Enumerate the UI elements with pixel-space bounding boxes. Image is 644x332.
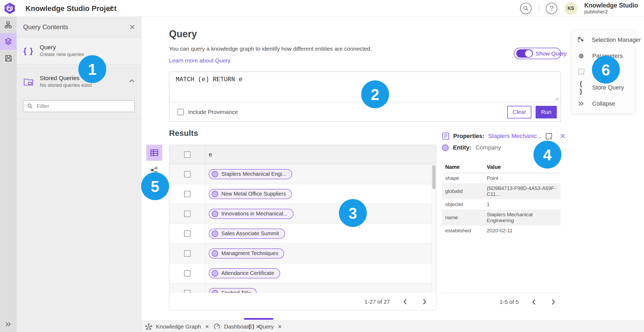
query-contents-header: Query Contents xyxy=(17,17,141,38)
close-panel-icon[interactable] xyxy=(129,24,136,31)
table-view-button[interactable] xyxy=(146,145,162,161)
entity-dot-icon xyxy=(212,270,218,277)
prop-name: name xyxy=(442,210,484,226)
dashboard-gauge-icon xyxy=(213,323,220,330)
tab-label: Query xyxy=(258,323,274,330)
next-page-icon[interactable] xyxy=(549,298,557,306)
app-logo-icon xyxy=(3,2,16,14)
include-provenance-label: Include Provenance xyxy=(188,109,238,115)
query-rail-button[interactable] xyxy=(0,33,17,50)
include-provenance-option[interactable]: Include Provenance xyxy=(177,109,238,115)
query-contents-item-query[interactable]: { } Query Create new queries xyxy=(17,38,141,64)
row-checkbox[interactable] xyxy=(184,171,191,177)
previous-page-icon[interactable] xyxy=(401,298,409,306)
entity-pill[interactable]: New Metal Office Suppliers xyxy=(209,189,292,199)
prop-name: shape xyxy=(442,173,484,184)
table-row[interactable]: Staplers Mechanical Engi... xyxy=(169,164,436,184)
table-row[interactable]: Firebird Title xyxy=(169,283,436,293)
entity-pill-label: Sales Associate Summit xyxy=(221,230,279,237)
close-properties-icon[interactable] xyxy=(559,133,566,139)
entity-dot-icon xyxy=(212,290,218,293)
row-checkbox[interactable] xyxy=(184,211,191,217)
row-checkbox[interactable] xyxy=(184,250,191,257)
next-page-icon[interactable] xyxy=(420,298,429,306)
entity-pill-label: Firebird Title xyxy=(221,290,251,293)
user-avatar[interactable]: KS xyxy=(564,2,577,15)
braces-icon: { } xyxy=(248,323,255,330)
topbar-right-group: ? KS Knowledge Studio publisher2 xyxy=(520,0,641,17)
entity-pill-label: Managment Techniques xyxy=(221,250,278,256)
properties-pagination-text: 1-5 of 5 xyxy=(500,299,519,305)
gear-icon xyxy=(577,52,585,60)
query-item-title: Query xyxy=(40,44,84,51)
resize-grip-icon[interactable] xyxy=(554,96,558,100)
table-row[interactable]: Sales Associate Summit xyxy=(169,224,436,244)
table-row[interactable]: Innovations in Mechanical... xyxy=(169,204,436,224)
property-row[interactable]: established 2020-02-11 xyxy=(442,226,561,236)
property-row[interactable]: globalid {5D9B4713-F98D-4A53-A59F-C11... xyxy=(442,183,561,199)
edit-title-icon[interactable] xyxy=(107,5,114,12)
add-to-selection-icon[interactable] xyxy=(545,133,552,140)
tool-label: Store Query xyxy=(592,84,624,91)
page-title: Query xyxy=(169,28,197,40)
filter-section xyxy=(17,95,141,119)
schema-rail-button[interactable] xyxy=(0,17,17,33)
entity-pill[interactable]: Staplers Mechanical Engi... xyxy=(209,169,292,179)
include-provenance-checkbox[interactable] xyxy=(177,109,184,115)
results-scrollbar[interactable] xyxy=(431,164,436,293)
help-button[interactable]: ? xyxy=(546,3,557,14)
property-row[interactable]: shape Point xyxy=(442,173,561,184)
table-row[interactable]: New Metal Office Suppliers xyxy=(169,184,436,204)
row-checkbox[interactable] xyxy=(184,230,191,237)
save-rail-button[interactable] xyxy=(0,50,17,66)
collapse-item[interactable]: Collapse xyxy=(571,96,635,111)
run-button[interactable]: Run xyxy=(536,106,557,118)
entity-pill[interactable]: Sales Associate Summit xyxy=(209,229,285,239)
tool-label: Collapse xyxy=(592,100,615,107)
close-tab-icon[interactable] xyxy=(205,324,210,329)
query-description: You can query a knowledge graph to ident… xyxy=(169,46,372,52)
close-tab-icon[interactable] xyxy=(277,324,282,329)
filter-input[interactable] xyxy=(37,103,131,109)
tab-knowledge-graph[interactable]: Knowledge Graph xyxy=(145,321,210,332)
scrollbar-thumb[interactable] xyxy=(432,165,436,189)
entity-pill[interactable]: Attendance Certificate xyxy=(209,268,280,278)
toggle-switch[interactable] xyxy=(516,49,533,58)
select-all-checkbox[interactable] xyxy=(184,151,191,158)
annotation-circle-1: 1 xyxy=(78,55,106,83)
prop-name: objectid xyxy=(442,199,484,210)
tab-query-active[interactable]: { } Query xyxy=(248,321,282,332)
chevron-up-icon[interactable] xyxy=(129,79,135,83)
entity-pill-label: Attendance Certificate xyxy=(221,270,274,276)
entity-pill-label: New Metal Office Suppliers xyxy=(221,191,286,197)
properties-entity-link[interactable]: Staplers Mechanic... xyxy=(488,133,541,140)
add-frame-icon xyxy=(577,68,585,75)
query-editor-footer: Include Provenance Clear Run xyxy=(169,102,561,122)
selection-manager-item[interactable]: Selection Manager xyxy=(571,32,635,48)
properties-doc-icon xyxy=(442,132,449,140)
entity-pill[interactable]: Firebird Title xyxy=(209,288,257,293)
previous-page-icon[interactable] xyxy=(530,298,538,306)
results-table-card: e Staplers Mechanical Engi... New Metal … xyxy=(169,145,436,310)
entity-dot-icon xyxy=(212,171,218,177)
query-item-subtitle: Create new queries xyxy=(40,51,84,58)
table-row[interactable]: Managment Techniques xyxy=(169,244,436,263)
top-bar: Knowledge Studio Project ? KS Knowledge … xyxy=(0,0,644,17)
bottom-tab-bar: Knowledge Graph Dashboard { } Query xyxy=(141,320,644,332)
property-row[interactable]: objectid 1 xyxy=(442,199,561,210)
clear-button[interactable]: Clear xyxy=(507,106,531,118)
property-row[interactable]: name Staplers Mechanical Engineering xyxy=(442,210,561,226)
entity-pill[interactable]: Innovations in Mechanical... xyxy=(209,209,294,219)
table-row[interactable]: Attendance Certificate xyxy=(169,263,436,283)
annotation-circle-3: 3 xyxy=(339,199,367,227)
show-query-toggle[interactable]: Show Query xyxy=(514,48,561,59)
learn-more-link[interactable]: Learn more about Query xyxy=(169,57,230,64)
entity-pill[interactable]: Managment Techniques xyxy=(209,248,284,259)
expand-rail-icon[interactable] xyxy=(0,321,17,327)
user-menu[interactable]: Knowledge Studio publisher2 xyxy=(584,2,641,15)
search-button[interactable] xyxy=(520,3,532,14)
row-checkbox[interactable] xyxy=(184,290,191,293)
entity-type-value: Company xyxy=(475,144,501,151)
row-checkbox[interactable] xyxy=(184,270,191,277)
row-checkbox[interactable] xyxy=(184,191,191,197)
